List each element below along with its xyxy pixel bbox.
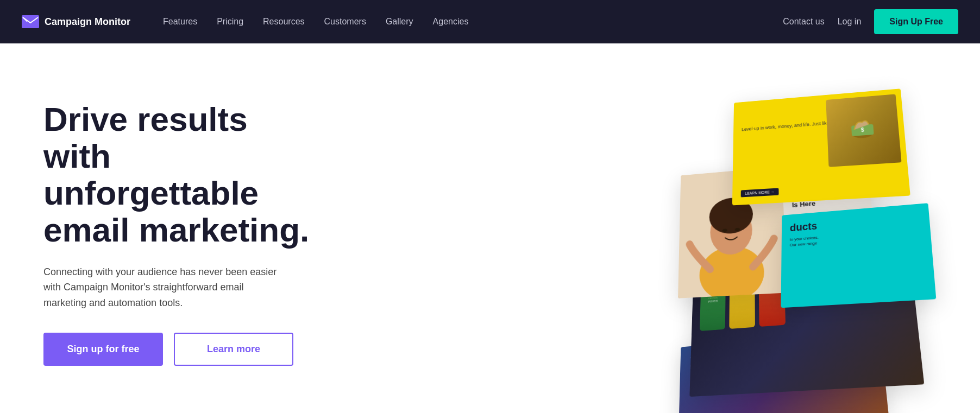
email-template-card-3: ducts to your choices.Our new range bbox=[781, 203, 937, 308]
hero-image-collage: girlboss Level-up in work, money, and li… bbox=[337, 76, 947, 391]
hero-section: Drive results with unforgettable email m… bbox=[0, 43, 980, 413]
logo[interactable]: Campaign Monitor bbox=[22, 15, 130, 28]
nav-item-agencies[interactable]: Agencies bbox=[433, 17, 469, 27]
logo-text: Campaign Monitor bbox=[45, 16, 130, 28]
money-icon: $ bbox=[845, 113, 880, 147]
hero-buttons: Sign up for free Learn more bbox=[43, 333, 315, 366]
card-yellow-cta: LEARN MORE → bbox=[741, 188, 779, 197]
hero-content: Drive results with unforgettable email m… bbox=[43, 101, 315, 366]
nav-right: Contact us Log in Sign Up Free bbox=[783, 9, 958, 34]
hero-subtext: Connecting with your audience has never … bbox=[43, 264, 277, 311]
nav-item-features[interactable]: Features bbox=[163, 17, 197, 27]
nav-links: Features Pricing Resources Customers Gal… bbox=[163, 17, 783, 27]
svg-rect-0 bbox=[22, 15, 39, 28]
logo-icon bbox=[22, 15, 39, 28]
nav-item-customers[interactable]: Customers bbox=[324, 17, 366, 27]
hero-signup-button[interactable]: Sign up for free bbox=[43, 333, 163, 366]
contact-link[interactable]: Contact us bbox=[783, 17, 824, 27]
nav-item-resources[interactable]: Resources bbox=[263, 17, 304, 27]
login-link[interactable]: Log in bbox=[838, 17, 862, 27]
navigation: Campaign Monitor Features Pricing Resour… bbox=[0, 0, 980, 43]
signup-button[interactable]: Sign Up Free bbox=[874, 9, 958, 34]
nav-item-gallery[interactable]: Gallery bbox=[386, 17, 413, 27]
hero-headline: Drive results with unforgettable email m… bbox=[43, 101, 315, 249]
hero-learnmore-button[interactable]: Learn more bbox=[174, 333, 293, 366]
email-template-card-1: girlboss Level-up in work, money, and li… bbox=[732, 88, 910, 205]
nav-item-pricing[interactable]: Pricing bbox=[217, 17, 243, 27]
card-yellow-image: $ bbox=[826, 94, 901, 167]
